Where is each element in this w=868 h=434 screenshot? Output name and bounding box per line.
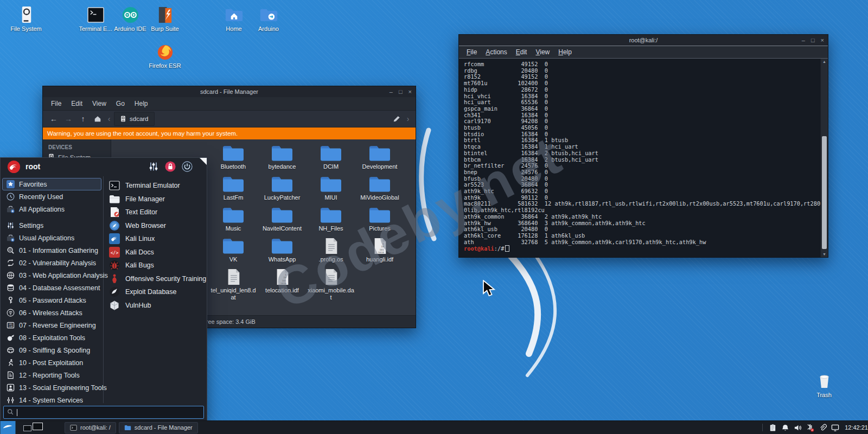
- file-item-huangli-idf[interactable]: 1101011010huangli.idf: [355, 235, 404, 266]
- terminal-maximize-button[interactable]: □: [811, 37, 815, 43]
- file-item-xiaomi-mobile-dat[interactable]: xiaomi_mobile.dat: [307, 266, 355, 297]
- menu-category-10-post-exploitation[interactable]: 10 - Post Exploitation: [2, 356, 101, 369]
- clock[interactable]: 12:42:21: [845, 424, 868, 431]
- file-item-pictures[interactable]: Pictures: [355, 204, 404, 235]
- fm-maximize-button[interactable]: □: [399, 89, 403, 94]
- fm-titlebar[interactable]: sdcard - File Manager – □ ×: [43, 86, 416, 97]
- file-item-telocation-idf[interactable]: 1101011010telocation.idf: [258, 266, 307, 297]
- desktop-icon-burp-suite[interactable]: Burp Suite: [147, 6, 183, 32]
- menu-app-kali-bugs[interactable]: Kali Bugs: [107, 259, 208, 272]
- file-item-mivideoglobal[interactable]: MiVideoGlobal: [355, 173, 404, 204]
- menu-category-07-reverse-engineering[interactable]: 10111007 - Reverse Engineering: [2, 319, 101, 331]
- edit-path-icon[interactable]: [390, 113, 403, 125]
- workspace-switcher[interactable]: [20, 421, 48, 434]
- volume-icon[interactable]: [794, 424, 802, 432]
- fm-close-button[interactable]: ×: [409, 89, 412, 94]
- menu-category-03-web-application-analysis[interactable]: 03 - Web Application Analysis: [2, 269, 101, 282]
- menu-category-09-sniffing-spoofing[interactable]: 09 - Sniffing & Spoofing: [2, 344, 101, 356]
- desktop-icon-file-system[interactable]: File System: [8, 6, 44, 32]
- menu-app-kali-linux[interactable]: Kali Linux: [107, 232, 208, 246]
- menu-search-box[interactable]: [3, 406, 204, 419]
- lock-screen-icon[interactable]: [165, 161, 176, 172]
- terminal-minimize-button[interactable]: –: [802, 37, 805, 43]
- menu-category-usual-applications[interactable]: Usual Applications: [2, 232, 101, 244]
- file-item-whatsapp[interactable]: WhatsApp: [258, 235, 307, 266]
- menu-app-exploit-database[interactable]: Exploit Database: [107, 285, 208, 299]
- terminal-menu-file[interactable]: File: [462, 47, 481, 57]
- menu-app-file-manager[interactable]: File Manager: [107, 193, 208, 206]
- file-item-lastfm[interactable]: LastFm: [209, 173, 258, 204]
- fm-menu-edit[interactable]: Edit: [66, 99, 87, 108]
- menu-category-08-exploitation-tools[interactable]: 08 - Exploitation Tools: [2, 331, 101, 344]
- menu-app-kali-docs[interactable]: </>Kali Docs: [107, 246, 208, 259]
- file-item-profig-os[interactable]: .profig.os: [307, 235, 355, 266]
- taskbar-task-root-kali[interactable]: root@kali: /: [65, 422, 116, 433]
- menu-category-all-applications[interactable]: All Applications: [2, 203, 101, 215]
- menu-app-terminal-emulator[interactable]: Terminal Emulator: [107, 179, 208, 193]
- workspace-window-2[interactable]: [33, 423, 43, 430]
- scrollbar-thumb[interactable]: [822, 136, 827, 250]
- menu-app-vulnhub[interactable]: VulnHub: [107, 299, 208, 312]
- menu-app-web-browser[interactable]: Web Browser: [107, 219, 208, 233]
- desktop-icon-terminal-e[interactable]: Terminal E...: [78, 6, 113, 32]
- terminal-menu-help[interactable]: Help: [554, 47, 576, 57]
- fm-menu-view[interactable]: View: [87, 99, 111, 108]
- file-item-luckypatcher[interactable]: LuckyPatcher: [258, 173, 307, 204]
- menu-category-13-social-engineering-tools[interactable]: 13 - Social Engineering Tools: [2, 381, 101, 394]
- menu-search-input[interactable]: [21, 408, 200, 417]
- trash-icon[interactable]: Trash: [806, 372, 842, 398]
- up-icon[interactable]: ↑: [76, 113, 90, 125]
- file-item-tel-uniqid-len8-dat[interactable]: tel_uniqid_len8.dat: [209, 266, 258, 297]
- terminal-scrollbar[interactable]: ▲ ▼: [820, 59, 828, 257]
- file-item-bytedance[interactable]: bytedance: [258, 142, 307, 173]
- notifications-icon[interactable]: [781, 424, 789, 432]
- file-item-navitelcontent[interactable]: NavitelContent: [258, 204, 307, 235]
- menu-app-offensive-security-training[interactable]: Offensive Security Training: [107, 272, 208, 286]
- terminal-titlebar[interactable]: root@kali:/ – □ ×: [459, 35, 828, 46]
- bluetooth-off-icon[interactable]: [806, 424, 814, 432]
- terminal-menu-edit[interactable]: Edit: [512, 47, 532, 57]
- terminal-menu-actions[interactable]: Actions: [481, 47, 511, 57]
- menu-category-02-vulnerability-analysis[interactable]: 02 - Vulnerability Analysis: [2, 257, 101, 269]
- settings-sliders-icon[interactable]: [148, 161, 159, 172]
- path-segment-sdcard[interactable]: sdcard: [114, 112, 155, 126]
- terminal-menu-view[interactable]: View: [531, 47, 554, 57]
- file-item-development[interactable]: Development: [355, 142, 404, 173]
- desktop-icon-arduino[interactable]: Arduino: [251, 6, 286, 32]
- scroll-up-icon[interactable]: ▲: [821, 59, 828, 65]
- log-out-icon[interactable]: [182, 161, 193, 172]
- fm-minimize-button[interactable]: –: [390, 89, 393, 94]
- display-icon[interactable]: [831, 424, 839, 432]
- applications-menu-button[interactable]: [0, 421, 16, 434]
- menu-category-05-password-attacks[interactable]: 05 - Password Attacks: [2, 294, 101, 307]
- menu-app-text-editor[interactable]: Text Editor: [107, 206, 208, 219]
- forward-icon[interactable]: →: [62, 113, 75, 125]
- file-item-vk[interactable]: VK: [209, 235, 258, 266]
- desktop-icon-home[interactable]: Home: [216, 6, 252, 32]
- file-item-dcim[interactable]: DCIM: [307, 142, 355, 173]
- file-item-nh-files[interactable]: NH_Files: [307, 204, 355, 235]
- menu-category-14-system-services[interactable]: 14 - System Services: [2, 394, 101, 406]
- terminal-close-button[interactable]: ×: [821, 37, 824, 43]
- file-item-miui[interactable]: MIUI: [307, 173, 355, 204]
- path-scroll-right-icon[interactable]: ›: [405, 113, 411, 125]
- menu-category-06-wireless-attacks[interactable]: 06 - Wireless Attacks: [2, 307, 101, 319]
- fm-menu-help[interactable]: Help: [130, 99, 153, 108]
- path-scroll-left-icon[interactable]: ‹: [106, 113, 112, 125]
- attachments-icon[interactable]: [819, 424, 827, 432]
- desktop-icon-firefox-esr[interactable]: Firefox ESR: [147, 43, 183, 69]
- back-icon[interactable]: ←: [47, 113, 60, 125]
- fm-menu-go[interactable]: Go: [111, 99, 130, 108]
- menu-category-01-information-gathering[interactable]: 01 - Information Gathering: [2, 244, 101, 257]
- menu-category-settings[interactable]: Settings: [2, 219, 101, 232]
- fm-menu-file[interactable]: File: [46, 99, 66, 108]
- file-item-music[interactable]: Music: [209, 204, 258, 235]
- menu-category-recently-used[interactable]: Recently Used: [2, 190, 101, 203]
- menu-category-12-reporting-tools[interactable]: 12 - Reporting Tools: [2, 369, 101, 381]
- taskbar-task-sdcard-file-manager[interactable]: sdcard - File Manager: [119, 422, 198, 433]
- desktop-icon-arduino-ide[interactable]: Arduino IDE: [112, 6, 148, 32]
- menu-category-favorites[interactable]: Favorites: [2, 178, 101, 190]
- menu-category-04-database-assessment[interactable]: 04 - Database Assessment: [2, 282, 101, 294]
- file-item-bluetooth[interactable]: Bluetooth: [209, 142, 258, 173]
- workspace-window-1[interactable]: [23, 425, 31, 431]
